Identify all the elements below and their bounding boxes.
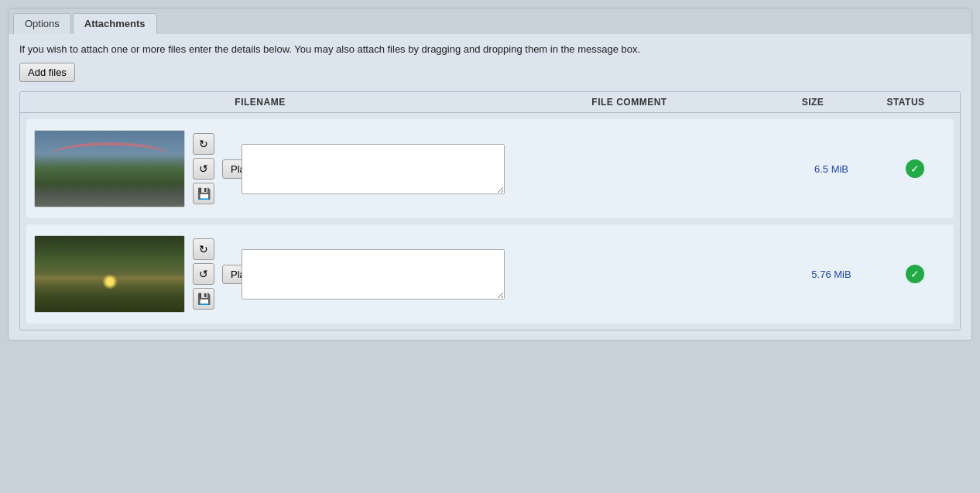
filename-col-1: ↻ ↺ 💾 Place inline Delete file bbox=[34, 130, 235, 207]
filename-actions-2: ↻ ↺ 💾 bbox=[193, 238, 214, 310]
thumbnail-image-2 bbox=[35, 236, 184, 312]
attachments-table: FILENAME FILE COMMENT SIZE STATUS ↻ ↺ 💾 bbox=[19, 91, 961, 330]
status-col-2: ✓ bbox=[884, 265, 946, 283]
status-icon-1: ✓ bbox=[906, 159, 924, 178]
header-status: STATUS bbox=[859, 97, 952, 108]
tab-options[interactable]: Options bbox=[13, 13, 71, 34]
comment-textarea-1[interactable] bbox=[242, 144, 505, 194]
status-icon-2: ✓ bbox=[906, 265, 924, 283]
rotate-cw-button-1[interactable]: ↻ bbox=[193, 133, 214, 155]
size-col-1: 6.5 MiB bbox=[785, 163, 878, 175]
add-files-button[interactable]: Add files bbox=[19, 63, 75, 82]
save-button-1[interactable]: 💾 bbox=[193, 183, 214, 204]
tab-attachments[interactable]: Attachments bbox=[73, 13, 157, 34]
header-filename: FILENAME bbox=[28, 97, 492, 108]
size-col-2: 5.76 MiB bbox=[785, 269, 878, 280]
content-area: If you wish to attach one or more files … bbox=[9, 34, 971, 340]
info-text: If you wish to attach one or more files … bbox=[19, 43, 961, 55]
icon-buttons-2: ↻ ↺ 💾 bbox=[193, 238, 214, 310]
status-col-1: ✓ bbox=[884, 159, 946, 178]
table-header: FILENAME FILE COMMENT SIZE STATUS bbox=[20, 92, 960, 113]
header-size: SIZE bbox=[766, 97, 859, 108]
table-row: ↻ ↺ 💾 Place inline Delete file 6.5 MiB bbox=[26, 119, 954, 218]
rotate-ccw-button-1[interactable]: ↺ bbox=[193, 158, 214, 180]
rotate-cw-button-2[interactable]: ↻ bbox=[193, 238, 214, 260]
main-container: Options Attachments If you wish to attac… bbox=[8, 8, 972, 341]
filename-col-2: ↻ ↺ 💾 Place inline Delete file bbox=[34, 235, 235, 313]
header-comment: FILE COMMENT bbox=[492, 97, 766, 108]
thumbnail-1 bbox=[34, 130, 185, 207]
icon-buttons-1: ↻ ↺ 💾 bbox=[193, 133, 214, 204]
comment-textarea-2[interactable] bbox=[242, 249, 505, 300]
comment-col-2 bbox=[242, 249, 779, 300]
table-row: ↻ ↺ 💾 Place inline Delete file 5.76 MiB bbox=[26, 224, 954, 324]
thumbnail-2 bbox=[34, 235, 185, 313]
tabs-bar: Options Attachments bbox=[9, 9, 971, 34]
comment-col-1 bbox=[242, 144, 779, 194]
filename-actions-1: ↻ ↺ 💾 bbox=[193, 133, 214, 204]
save-button-2[interactable]: 💾 bbox=[193, 288, 214, 310]
rotate-ccw-button-2[interactable]: ↺ bbox=[193, 263, 214, 285]
thumbnail-image-1 bbox=[35, 131, 184, 207]
